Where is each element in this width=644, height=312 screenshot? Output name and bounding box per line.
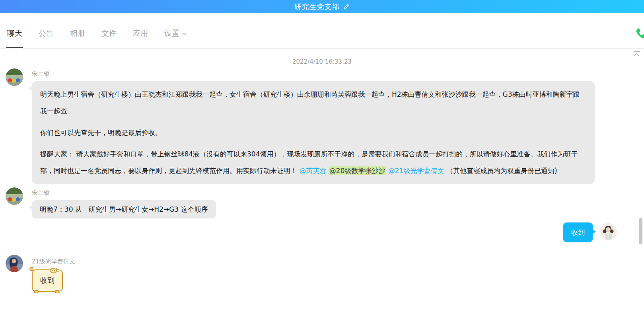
sender-name: 宋二银 [32, 70, 595, 79]
paragraph: 你们也可以先查先干，明晚是最后验收。 [40, 124, 586, 141]
group-title: 研究生党支部 [294, 2, 340, 12]
tab-apps-label: 应用 [133, 28, 148, 39]
message-bubble[interactable]: 明晚7：30 从 研究生男→研究生女→H2→G3 这个顺序 [32, 200, 216, 218]
tab-files-label: 文件 [101, 28, 117, 39]
message-content: 21级光学曹倩文 收到 [32, 255, 75, 292]
message-content: 宋二银 明天晚上男生宿舍（研究生楼）由王晓杰和江郑跟我我一起查，女生宿舍（研究生… [32, 68, 595, 184]
message-content: 宋二银 明晚7：30 从 研究生男→研究生女→H2→G3 这个顺序 [32, 187, 216, 218]
tab-albums-label: 相册 [70, 28, 85, 39]
message-row: 宋二银 明天晚上男生宿舍（研究生楼）由王晓杰和江郑跟我我一起查，女生宿舍（研究生… [6, 68, 638, 184]
tab-chat[interactable]: 聊天 [6, 28, 23, 48]
message-text: 明晚7：30 从 研究生男→研究生女→H2→G3 这个顺序 [40, 205, 208, 213]
text-segment: （其他查寝成员均为双重身份已通知) [444, 167, 557, 175]
chevron-down-icon [182, 31, 187, 36]
text-segment: 明天晚上男生宿舍（研究生楼）由王晓杰和江郑跟我我一起查，女生宿舍（研究生楼）由余… [40, 90, 580, 115]
group-title-wrap: 研究生党支部 [294, 2, 350, 12]
tab-bar: 聊天 公告 相册 文件 应用 设置 [0, 13, 644, 49]
window-header: 研究生党支部 [0, 0, 644, 13]
tab-chat-label: 聊天 [7, 28, 22, 39]
avatar[interactable] [6, 68, 23, 86]
avatar-self[interactable] [599, 223, 617, 240]
avatar[interactable] [6, 187, 23, 205]
message-bubble[interactable]: 明天晚上男生宿舍（研究生楼）由王晓杰和江郑跟我我一起查，女生宿舍（研究生楼）由余… [32, 81, 595, 184]
message-bubble[interactable]: 收到 [563, 222, 593, 242]
vertical-scrollbar-thumb[interactable] [639, 218, 642, 244]
tab-settings[interactable]: 设置 [163, 28, 188, 48]
message-row-outgoing: 收到 [6, 222, 638, 242]
tab-announcements[interactable]: 公告 [38, 28, 54, 48]
message-timestamp: 2022/4/10 16:33:23 [6, 58, 638, 66]
avatar[interactable] [6, 255, 23, 272]
tab-announcements-label: 公告 [39, 28, 54, 39]
sender-name: 宋二银 [32, 189, 216, 198]
mention-link[interactable]: @21级光学曹倩文 [388, 167, 444, 175]
tab-settings-label: 设置 [164, 28, 179, 39]
mention-link[interactable]: @20级数学张沙沙 [329, 166, 386, 175]
sticker-paw-decoration [34, 290, 39, 293]
text-segment: 你们也可以先查先干，明晚是最后验收。 [40, 129, 162, 136]
tab-apps[interactable]: 应用 [132, 28, 149, 48]
chat-area: 2022/4/10 16:33:23 [0, 49, 644, 312]
sticker-bubble[interactable]: 收到 [32, 269, 63, 292]
pencil-icon[interactable] [343, 3, 350, 10]
message-row: 宋二银 明晚7：30 从 研究生男→研究生女→H2→G3 这个顺序 [6, 187, 638, 218]
tab-albums[interactable]: 相册 [69, 28, 86, 48]
phone-icon[interactable] [634, 26, 644, 43]
paragraph: 明天晚上男生宿舍（研究生楼）由王晓杰和江郑跟我我一起查，女生宿舍（研究生楼）由余… [40, 86, 586, 119]
cat-icon [49, 265, 59, 276]
text-segment [326, 167, 328, 175]
paragraph: 提醒大家： 请大家戴好手套和口罩，带上钢丝球84液（没有的可以来304领用），现… [40, 146, 586, 179]
sticker-paw-decoration [55, 290, 60, 293]
tab-files[interactable]: 文件 [101, 28, 117, 48]
message-row: 21级光学曹倩文 收到 [6, 255, 638, 292]
message-text: 收到 [571, 228, 585, 236]
mention-link[interactable]: @芮芙蓉 [299, 167, 326, 175]
collapse-top-icon[interactable] [632, 51, 641, 59]
sticker-text: 收到 [40, 276, 54, 285]
group-chat-window: 研究生党支部 聊天 公告 相册 文件 应用 设置 [0, 0, 644, 312]
sticker-horn-decoration [29, 267, 33, 271]
